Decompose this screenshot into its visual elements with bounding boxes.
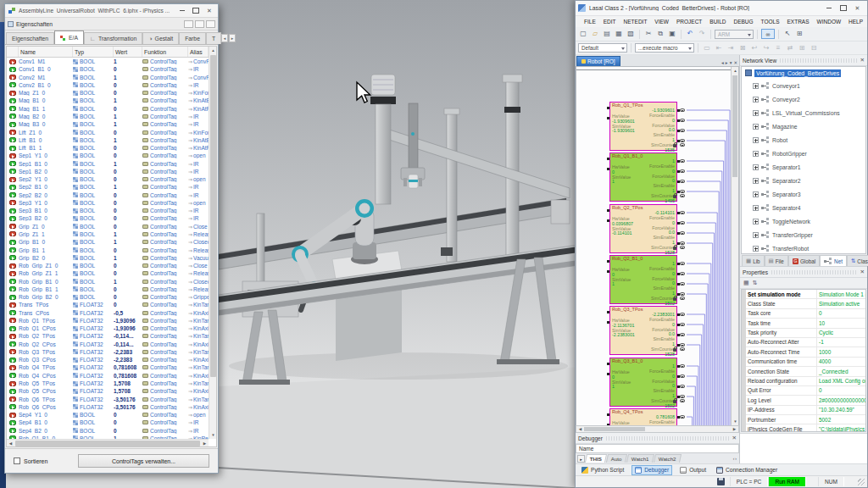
expand-icon[interactable]: [753, 124, 759, 130]
tree-item-separator1[interactable]: Separator1: [742, 160, 865, 174]
table-row[interactable]: Mag_B2_0BOOL1ControlTag⇒IR: [7, 113, 209, 120]
property-value[interactable]: 5002: [817, 415, 865, 424]
table-row[interactable]: Sep3_B1_0BOOL0ControlTag⇒IR: [7, 207, 209, 214]
table-row[interactable]: Trans_CPosFLOAT32-0,5ControlTag⇒KinAxis: [7, 309, 209, 317]
tree-item-conveyor2[interactable]: Conveyor2: [742, 92, 865, 106]
scroll-right-icon[interactable]: ▶: [201, 440, 209, 447]
minimize-icon[interactable]: [175, 5, 189, 16]
table-row[interactable]: Rob_Q6_TPosFLOAT32-3,50176ControlTag⇒Kin…: [7, 395, 209, 402]
table-row[interactable]: Sep2_B2_0BOOL0ControlTag⇒IR: [7, 191, 209, 199]
undo-icon[interactable]: ↶: [685, 29, 695, 39]
menu-extras[interactable]: EXTRAS: [787, 19, 810, 25]
menu-edit[interactable]: EDIT: [604, 19, 616, 25]
scrollbar-thumb[interactable]: [584, 427, 645, 431]
table-row[interactable]: Sep3_Y1_0BOOL0ControlTag⇒open: [7, 199, 209, 207]
expand-icon[interactable]: [753, 191, 759, 197]
tab-prev-icon[interactable]: ◂: [721, 60, 724, 65]
tab-nav-icon[interactable]: ▸: [577, 455, 585, 463]
table-row[interactable]: Conv1_B1_0BOOL0ControlTag⇒IR: [7, 65, 209, 73]
property-value[interactable]: 0: [817, 309, 865, 319]
table-row[interactable]: Rob_Q1_CPosFLOAT32-1,93096ControlTag⇒Kin…: [7, 324, 209, 332]
arm-combo[interactable]: ARM: [715, 30, 754, 39]
function-block-rob-q1-b1-0[interactable]: Rob_Q1_B1_01HwValue0SimValue1ForceEnable…: [609, 152, 677, 202]
tool-window-output[interactable]: Output: [677, 466, 709, 474]
table-row[interactable]: Rob_Q3_CPosFLOAT32-2,2383ControlTag⇒KinA…: [7, 356, 209, 363]
tab-scroll-right-icon[interactable]: ▸: [229, 34, 236, 42]
close-icon[interactable]: [850, 3, 865, 14]
tree-item-lsl-virtual-commissions[interactable]: LSL_Virtual_Commissions: [742, 106, 865, 119]
resize-grip[interactable]: [858, 479, 865, 485]
swap-icon[interactable]: ⇄: [785, 43, 795, 53]
tree-item-robotgripper[interactable]: RobotGripper: [742, 147, 865, 160]
function-block-rob-q1-tpos[interactable]: Rob_Q1_TPos-1.9309601HwValue-1.9309601Si…: [609, 102, 677, 151]
property-value[interactable]: 10: [817, 319, 865, 328]
tab-next-icon[interactable]: ▸: [726, 60, 728, 65]
property-value[interactable]: 2#0000000000000000000: [817, 396, 865, 405]
diagram-horizontal-scrollbar[interactable]: ◀ ▶: [576, 425, 739, 433]
tree-item-separator4[interactable]: Separator4: [742, 201, 865, 214]
menu-project[interactable]: PROJECT: [676, 19, 702, 25]
table-row[interactable]: Mag_B1_0BOOL1ControlTag⇒KinAtBack: [7, 97, 209, 104]
property-value[interactable]: "C:\lsldata\iPhysics_Cod: [817, 424, 865, 432]
expand-icon[interactable]: [753, 164, 759, 170]
dock-close-icon[interactable]: [206, 20, 215, 28]
open-file-icon[interactable]: ▱: [590, 29, 600, 39]
table-row[interactable]: Rob_Grip_B2_0BOOL0ControlTag⇒Gripped: [7, 293, 209, 301]
lasal-title-bar[interactable]: Lasal Class 2 - [Vorführung_Coded_Better…: [576, 1, 867, 16]
tab-t[interactable]: T: [206, 32, 221, 44]
redo-icon[interactable]: ↷: [697, 29, 707, 39]
save-icon[interactable]: ▤: [602, 29, 612, 39]
window-icon[interactable]: ⊞: [794, 29, 804, 39]
table-row[interactable]: Grip_B1_1BOOL0ControlTag⇒Released: [7, 246, 209, 253]
tab-e-a[interactable]: E/A: [54, 30, 84, 44]
table-row[interactable]: Trans_TPosFLOAT320ControlTag⇒KinTarget: [7, 301, 209, 308]
tab-list-icon[interactable]: ▾: [730, 60, 732, 65]
dock-tab-file[interactable]: ▤File: [765, 255, 788, 266]
scroll-right-icon[interactable]: ▶: [731, 426, 738, 432]
table-row[interactable]: Lift_Z1_0BOOL0ControlTag⇒KinForward: [7, 128, 209, 136]
table-row[interactable]: Rob_Grip_Z1_0BOOL0ControlTag⇒Close: [7, 262, 209, 269]
tab-close-icon[interactable]: ✕: [733, 60, 737, 65]
table-row[interactable]: Sep3_B2_0BOOL0ControlTag⇒IR: [7, 214, 209, 222]
property-value[interactable]: -1: [817, 338, 865, 347]
table-row[interactable]: Mag_Z1_0BOOL0ControlTag⇒KinForward: [7, 89, 209, 97]
expand-icon[interactable]: [753, 97, 759, 103]
property-value[interactable]: "10.30.240.59": [817, 406, 865, 415]
sortieren-checkbox[interactable]: [14, 458, 20, 464]
signal-table-vertical-scrollbar[interactable]: ▲ ▼: [209, 47, 216, 439]
table-row[interactable]: Rob_Grip_Z1_1BOOL0ControlTag⇒Release: [7, 269, 209, 277]
iphysics-title-bar[interactable]: AssemblyLine_UniversalRobot_WithPLC_6.ip…: [5, 4, 218, 18]
tab-transformation[interactable]: Transformation: [84, 32, 142, 44]
execute-macro-combo[interactable]: ...execute macro: [635, 43, 694, 53]
menu-file[interactable]: FILE: [584, 19, 596, 25]
export-icon[interactable]: ↪: [761, 43, 771, 53]
outdent-icon[interactable]: ⊟: [809, 43, 819, 53]
property-value[interactable]: 4000: [817, 358, 865, 367]
table-row[interactable]: Grip_Z1_0BOOL0ControlTag⇒Close: [7, 223, 209, 230]
column-alias[interactable]: Alias: [188, 47, 209, 57]
expand-icon[interactable]: [753, 246, 759, 252]
property-value[interactable]: 0: [817, 386, 865, 396]
expand-icon[interactable]: [753, 151, 759, 157]
property-value[interactable]: 1000: [817, 347, 865, 357]
close-icon[interactable]: [203, 5, 216, 16]
scroll-up-icon[interactable]: ▲: [209, 47, 217, 54]
menu-debug[interactable]: DEBUG: [733, 19, 753, 25]
scroll-down-icon[interactable]: ▼: [209, 431, 217, 439]
menu-view[interactable]: VIEW: [654, 19, 669, 25]
scroll-left-icon[interactable]: ◀: [576, 426, 584, 432]
profile-combo[interactable]: Default: [578, 43, 627, 53]
dock-float-icon[interactable]: [195, 20, 204, 28]
table-row[interactable]: Lift_B1_1BOOL0ControlTag⇒KinAtFront: [7, 144, 209, 152]
debugger-tab-watch2[interactable]: Watch2: [654, 454, 682, 463]
tool-window-python-script[interactable]: Python Script: [579, 466, 626, 474]
table-row[interactable]: Grip_B2_0BOOL1ControlTag⇒Vacuum: [7, 254, 209, 262]
tree-item-magazine[interactable]: Magazine: [742, 119, 865, 133]
scroll-right-icon[interactable]: ›: [735, 456, 737, 461]
table-row[interactable]: Sep1_Y1_0BOOL0ControlTag⇒open: [7, 152, 209, 159]
table-row[interactable]: Rob_Grip_B1_0BOOL1ControlTag⇒Closed: [7, 277, 209, 285]
tool-window-connection-manager[interactable]: Connection Manager: [714, 466, 780, 474]
menu-help[interactable]: HELP: [849, 19, 863, 25]
table-row[interactable]: Conv2_B1_0BOOL0ControlTag⇒IR: [7, 81, 209, 89]
expand-icon[interactable]: [753, 137, 759, 143]
